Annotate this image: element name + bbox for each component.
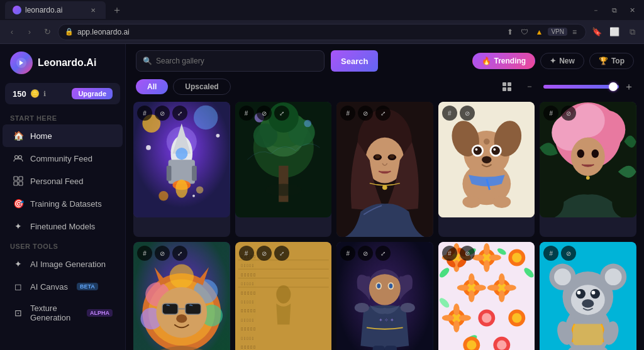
item-action-14[interactable]: ⊘ [257,246,272,261]
svg-text:𓊁 𓋁 𓌁 𓍁 𓎁: 𓊁 𓋁 𓌁 𓍁 𓎁 [241,308,255,314]
item-expand-1[interactable]: ⤢ [172,106,187,121]
minimize-button[interactable]: － [589,4,603,16]
all-filter-button[interactable]: All [136,79,168,94]
gallery-item[interactable]: # ⊘ [540,242,636,350]
size-slider[interactable] [543,85,619,89]
active-tab[interactable]: leonardo.ai ✕ [5,1,106,19]
top-filter-button[interactable]: 🏆 Top [589,53,634,69]
sidebar-training-label: Training & Datasets [30,199,102,209]
reader-mode-button[interactable]: ⬜ [608,25,621,39]
item-action-19[interactable]: # [543,246,558,261]
sidebar-item-finetuned[interactable]: ✦ Finetuned Models [3,215,123,238]
warning-icon[interactable]: ▲ [533,26,546,38]
item-action-13[interactable]: # [239,246,254,261]
item-action-17[interactable]: # [442,246,457,261]
item-expand-6[interactable]: ⤢ [172,246,187,261]
bookmark-button[interactable]: 🔖 [590,25,604,39]
grid-view-button[interactable] [498,78,516,96]
sidebar-item-community-feed[interactable]: Community Feed [3,147,123,170]
item-action-6[interactable]: ⊘ [358,106,373,121]
vpn-badge[interactable]: VPN [548,28,567,36]
sidebar-item-personal-feed[interactable]: Personal Feed [3,170,123,192]
sidebar-item-ai-canvas[interactable]: ◻ AI Canvas BETA [3,275,123,298]
reload-button[interactable]: ↻ [40,25,54,39]
item-action-4[interactable]: ⊘ [257,106,272,121]
svg-point-151 [499,290,505,302]
item-action-8[interactable]: ⊘ [460,106,475,121]
sidebar-item-training[interactable]: 🎯 Training & Datasets [3,192,123,215]
item-expand-8[interactable]: ⤢ [375,246,391,261]
gallery-item[interactable]: 𓀀 𓁀 𓂀 𓃀 𓄀 𓅀 𓆀 𓇀 𓈀 𓉀 𓊀 𓋀 𓌀 𓍀 𓎀 𓏀 𓐀 𓑀 𓒀 𓓀 … [235,242,332,350]
logo-icon [15,57,28,69]
svg-point-169 [467,341,476,350]
item-action-12[interactable]: ⊘ [155,246,170,261]
item-overlay-6: # ⊘ ⤢ [137,246,187,261]
item-action-5[interactable]: # [340,106,355,121]
share-icon[interactable]: ⬆ [504,26,516,38]
item-action-3[interactable]: # [239,106,254,121]
svg-rect-9 [502,87,506,91]
gallery-item[interactable]: # ⊘ ⤢ [336,102,433,237]
item-action-9[interactable]: # [543,106,558,121]
item-overlay-8: # ⊘ ⤢ [340,246,391,261]
trending-filter-button[interactable]: 🔥 Trending [472,53,536,69]
sidebar-personal-label: Personal Feed [30,177,84,186]
back-button[interactable]: ‹ [5,25,19,39]
tab-favicon [13,6,21,14]
plus-button[interactable]: ＋ [624,80,634,94]
item-expand-2[interactable]: ⤢ [274,106,289,121]
close-button[interactable]: ✕ [626,5,639,16]
restore-button[interactable]: ⧉ [608,5,621,16]
item-action-15[interactable]: # [340,246,355,261]
gallery-item[interactable]: # ⊘ [540,102,636,237]
svg-point-78 [170,265,194,288]
svg-rect-4 [19,177,23,180]
gallery-item[interactable]: # ⊘ ⤢ [235,102,332,237]
search-icon: 🔍 [143,57,152,65]
item-expand-7[interactable]: ⤢ [274,246,289,261]
item-action-16[interactable]: ⊘ [358,246,373,261]
sidebar-finetuned-label: Finetuned Models [30,222,95,231]
tab-sync-button[interactable]: ⧉ [625,25,639,39]
item-action-2[interactable]: ⊘ [155,106,170,121]
item-action-10[interactable]: ⊘ [561,106,576,121]
gallery-item[interactable]: # ⊘ ⤢ [133,102,230,237]
search-button[interactable]: Search [331,50,378,72]
new-filter-button[interactable]: ✦ New [540,53,584,69]
gallery-item[interactable]: # ⊘ ⤢ [133,242,230,350]
upscaled-filter-button[interactable]: Upscaled [173,79,230,95]
svg-point-113 [377,283,381,288]
new-tab-button[interactable]: ＋ [108,1,126,19]
url-bar[interactable]: 🔒 app.leonardo.ai ⬆ 🛡 ▲ VPN ≡ [58,24,586,40]
shield-icon[interactable]: 🛡 [518,26,531,38]
gallery-item[interactable]: # ⊘ [438,242,535,350]
svg-point-44 [375,155,380,158]
tab-close-button[interactable]: ✕ [88,5,98,15]
item-action-18[interactable]: ⊘ [460,246,475,261]
item-action-20[interactable]: ⊘ [561,246,576,261]
svg-point-157 [453,320,460,332]
search-input[interactable] [156,57,318,65]
credits-info-icon[interactable]: ℹ [43,90,46,98]
svg-text:𓀁 𓁁 𓂁 𓃁 𓄁: 𓀁 𓁁 𓂁 𓃁 𓄁 [241,290,255,296]
sidebar: Leonardo.Ai 150 🪙 ℹ Upgrade Start Here 🏠… [0,44,126,350]
trending-label: Trending [494,57,526,65]
item-expand-3[interactable]: ⤢ [375,106,391,121]
gallery-item[interactable]: # ⊘ [438,102,535,237]
item-action-1[interactable]: # [137,106,152,121]
gallery-item[interactable]: ✦ ✧ ✦ # ⊘ ⤢ [336,242,433,350]
menu-icon[interactable]: ≡ [570,26,579,38]
item-action-7[interactable]: # [442,106,457,121]
item-action-11[interactable]: # [137,246,152,261]
svg-point-25 [146,145,151,150]
upgrade-button[interactable]: Upgrade [72,88,113,99]
svg-point-36 [265,184,302,196]
credits-number: 150 [13,89,26,99]
minus-button[interactable]: － [521,78,538,96]
svg-rect-81 [186,304,201,314]
forward-button[interactable]: › [23,25,36,39]
sidebar-item-texture[interactable]: ⊡ Texture Generation ALPHA [3,298,123,328]
svg-point-147 [469,290,475,302]
sidebar-item-ai-image[interactable]: ✦ AI Image Generation [3,253,123,275]
sidebar-item-home[interactable]: 🏠 Home [3,124,123,147]
